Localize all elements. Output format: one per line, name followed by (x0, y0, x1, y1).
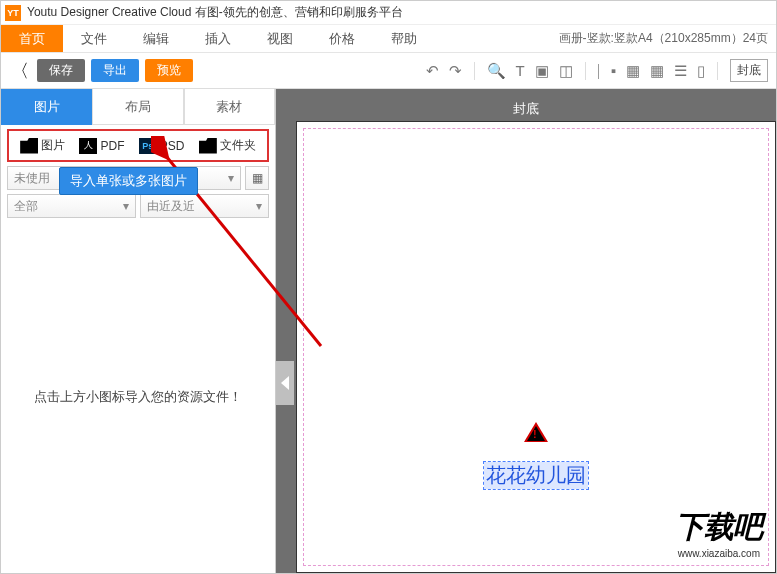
cover-button[interactable]: 封底 (730, 59, 768, 82)
tab-layout[interactable]: 布局 (92, 89, 183, 125)
list-icon[interactable]: ☰ (674, 62, 687, 80)
titlebar: YT Youtu Designer Creative Cloud 有图-领先的创… (1, 1, 776, 25)
filter-all[interactable]: 全部▾ (7, 194, 136, 218)
pdf-icon: 人 (79, 138, 97, 154)
distribute-icon[interactable]: ▦ (626, 62, 640, 80)
import-tooltip: 导入单张或多张图片 (59, 167, 198, 195)
import-folder-label: 文件夹 (220, 137, 256, 154)
app-logo: YT (5, 5, 21, 21)
import-image-button[interactable]: 图片 (20, 137, 65, 154)
menu-file[interactable]: 文件 (63, 25, 125, 52)
toolbar: 〈 保存 导出 预览 ↶ ↷ 🔍 T ▣ ◫ ⎸▪ ▦ ▦ ☰ ▯ 封底 (1, 53, 776, 89)
save-button[interactable]: 保存 (37, 59, 85, 82)
grid-view-icon[interactable]: ▦ (245, 166, 269, 190)
import-psd-button[interactable]: Ps PSD (139, 138, 185, 154)
document-info: 画册-竖款:竖款A4（210x285mm）24页 (559, 25, 776, 52)
menu-edit[interactable]: 编辑 (125, 25, 187, 52)
empty-hint: 点击上方小图标导入您的资源文件！ (1, 220, 275, 573)
shape-tool-icon[interactable]: ◫ (559, 62, 573, 80)
export-button[interactable]: 导出 (91, 59, 139, 82)
sidebar: 图片 布局 素材 图片 人 PDF Ps PSD 文件夹 未使用▾ (1, 89, 276, 573)
menubar: 首页 文件 编辑 插入 视图 价格 帮助 画册-竖款:竖款A4（210x285m… (1, 25, 776, 53)
psd-icon: Ps (139, 138, 157, 154)
chevron-down-icon: ▾ (256, 199, 262, 213)
import-pdf-button[interactable]: 人 PDF (79, 138, 124, 154)
import-image-label: 图片 (41, 137, 65, 154)
undo-icon[interactable]: ↶ (426, 62, 439, 80)
chevron-down-icon: ▾ (123, 199, 129, 213)
text-element[interactable]: 花花幼儿园 (484, 462, 588, 489)
menu-view[interactable]: 视图 (249, 25, 311, 52)
warning-icon[interactable]: ! (524, 422, 548, 442)
menu-help[interactable]: 帮助 (373, 25, 435, 52)
filter-row-2: 全部▾ 由近及近▾ (1, 192, 275, 220)
sidebar-tabs: 图片 布局 素材 (1, 89, 275, 125)
tab-image[interactable]: 图片 (1, 89, 92, 125)
watermark-text: 下载吧 (675, 507, 762, 548)
filter-sort[interactable]: 由近及近▾ (140, 194, 269, 218)
menu-insert[interactable]: 插入 (187, 25, 249, 52)
main-area: 图片 布局 素材 图片 人 PDF Ps PSD 文件夹 未使用▾ (1, 89, 776, 573)
redo-icon[interactable]: ↷ (449, 62, 462, 80)
tab-material[interactable]: 素材 (184, 89, 275, 125)
text-tool-icon[interactable]: T (516, 62, 525, 79)
page-label: 封底 (513, 100, 539, 118)
import-psd-label: PSD (160, 139, 185, 153)
import-folder-button[interactable]: 文件夹 (199, 137, 256, 154)
import-row: 图片 人 PDF Ps PSD 文件夹 (7, 129, 269, 162)
folder-icon (199, 138, 217, 154)
grid-icon[interactable]: ▦ (650, 62, 664, 80)
watermark: 下载吧 www.xiazaiba.com (675, 507, 762, 559)
window-title: Youtu Designer Creative Cloud 有图-领先的创意、营… (27, 4, 403, 21)
page-canvas[interactable]: ! 花花幼儿园 ! (296, 121, 776, 573)
menu-home[interactable]: 首页 (1, 25, 63, 52)
collapse-sidebar-handle[interactable] (276, 361, 294, 405)
menu-price[interactable]: 价格 (311, 25, 373, 52)
preview-button[interactable]: 预览 (145, 59, 193, 82)
back-button[interactable]: 〈 (9, 60, 31, 82)
chevron-down-icon: ▾ (228, 171, 234, 185)
page-icon[interactable]: ▯ (697, 62, 705, 80)
align-icon[interactable]: ⎸▪ (598, 62, 616, 80)
canvas-area[interactable]: 封底 ! 花花幼儿园 ! (276, 89, 776, 573)
toolbar-icons: ↶ ↷ 🔍 T ▣ ◫ ⎸▪ ▦ ▦ ☰ ▯ 封底 (426, 59, 769, 82)
folder-icon (20, 138, 38, 154)
image-tool-icon[interactable]: ▣ (535, 62, 549, 80)
import-pdf-label: PDF (100, 139, 124, 153)
zoom-icon[interactable]: 🔍 (487, 62, 506, 80)
watermark-url: www.xiazaiba.com (676, 548, 762, 559)
